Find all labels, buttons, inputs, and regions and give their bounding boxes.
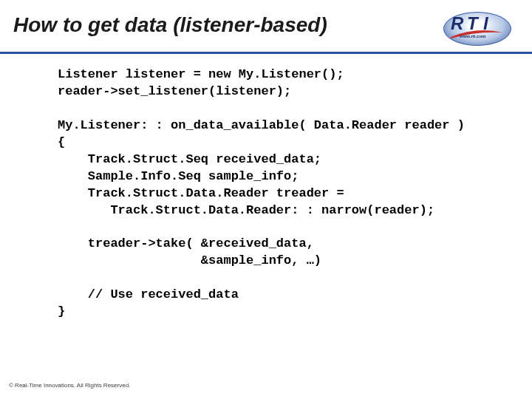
code-line: My.Listener: : on_data_available( Data.R… (58, 118, 465, 132)
code-line: reader->set_listener(listener); (58, 84, 291, 98)
title-bar: How to get data (listener-based) R T I w… (0, 7, 532, 54)
code-line: Track.Struct.Data.Reader: : narrow(reade… (58, 203, 434, 217)
code-line: &sample_info, …) (58, 253, 321, 267)
code-block: Listener listener = new My.Listener(); r… (58, 66, 501, 321)
code-line: } (58, 304, 65, 318)
slide: How to get data (listener-based) R T I w… (0, 0, 532, 399)
copyright-text: © Real-Time Innovations. All Rights Rese… (9, 382, 130, 389)
code-line: // Use received_data (58, 287, 239, 301)
slide-title: How to get data (listener-based) (13, 13, 327, 37)
code-line: { (58, 135, 65, 149)
code-line: Listener listener = new My.Listener(); (58, 67, 344, 81)
rti-logo: R T I www.rti.com (443, 12, 510, 44)
code-line: Sample.Info.Seq sample_info; (58, 169, 299, 183)
code-line: treader->take( &received_data, (58, 236, 314, 250)
code-line: Track.Struct.Data.Reader treader = (58, 186, 344, 200)
logo-url: www.rti.com (460, 34, 485, 38)
code-line: Track.Struct.Seq received_data; (58, 152, 321, 166)
